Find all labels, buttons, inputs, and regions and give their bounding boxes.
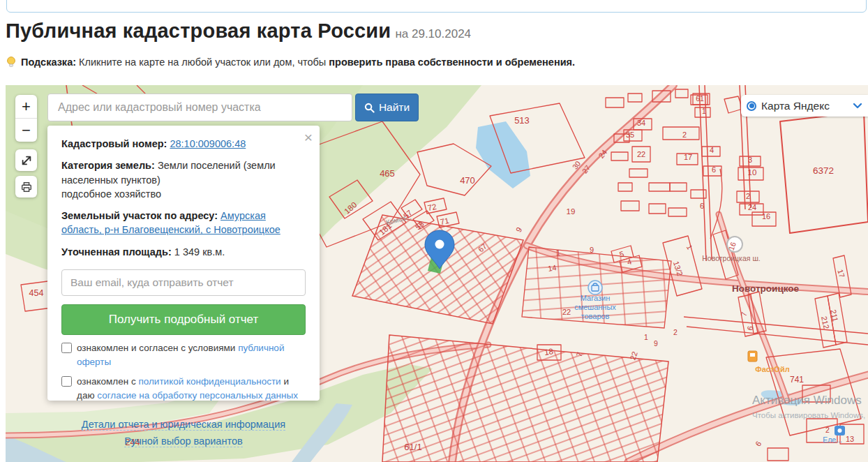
map-label: 18: [544, 347, 553, 357]
land-category-row: Категория земель: Земли поселений (земли…: [61, 158, 306, 201]
area-row: Уточненная площадь: 1 349 кв.м.: [61, 245, 306, 259]
map-label: 22: [562, 308, 571, 316]
zoom-control: + −: [15, 95, 37, 142]
page-header: Публичная кадастровая карта Россиина 29.…: [6, 20, 864, 43]
map-label: 6372: [813, 165, 834, 176]
map-label: 34: [637, 119, 645, 127]
lightbulb-icon: [6, 56, 17, 68]
zoom-out-button[interactable]: −: [15, 119, 37, 142]
email-field[interactable]: [61, 269, 306, 296]
close-icon[interactable]: ×: [304, 130, 313, 144]
privacy-consent-row: ознакомлен с политикой конфиденциальност…: [61, 375, 306, 402]
map-label: 35: [626, 131, 634, 139]
map-label: 741: [790, 375, 804, 385]
map-label: 513: [514, 115, 530, 126]
map-label: 17: [684, 153, 692, 161]
parcel-info-popup: × Кадастровый номер: 28:10:009006:48 Кат…: [47, 126, 320, 401]
map-label: Магазин: [581, 294, 610, 302]
map-label: Новотроицкое: [732, 283, 800, 294]
map-label: 61: [696, 94, 704, 103]
zoom-in-button[interactable]: +: [15, 95, 37, 118]
hint-line: Подсказка: Кликните на карте на любой уч…: [6, 56, 575, 68]
find-button[interactable]: Найти: [355, 94, 419, 121]
manual-selection-link[interactable]: Ручной выбор вариантов: [124, 435, 242, 447]
layer-selector[interactable]: Карта Яндекс: [741, 95, 868, 117]
map-label: 2: [825, 426, 830, 434]
top-search-strip[interactable]: [6, 0, 867, 13]
map-label: 1: [644, 333, 648, 341]
offer-consent-row: ознакомлен и согласен с условиями публич…: [61, 341, 306, 368]
cadastral-number-row: Кадастровый номер: 28:10:009006:48: [61, 137, 306, 151]
map-label: 3: [748, 156, 752, 164]
map-label: товаров: [581, 312, 610, 320]
search-icon: [364, 103, 375, 113]
find-button-label: Найти: [379, 101, 410, 114]
map-label: 6: [712, 165, 716, 174]
map-search: Найти: [47, 94, 419, 121]
map-label: 2: [682, 131, 687, 139]
offer-consent-checkbox[interactable]: [61, 343, 72, 353]
map-label: 2: [673, 328, 678, 336]
map-label: 14: [547, 263, 557, 273]
fuel-station-icon: [748, 351, 757, 362]
map-label: 24: [748, 203, 756, 211]
page-title: Публичная кадастровая карта России: [6, 20, 391, 42]
map-label: 19: [567, 207, 576, 216]
print-icon: [20, 181, 33, 193]
map-canvas[interactable]: 51346547045424461/1637274134352224302719…: [6, 85, 868, 462]
page-title-date: на 29.10.2024: [395, 27, 471, 40]
layer-selector-label: Карта Яндекс: [761, 100, 848, 112]
map-label: Активация Windows: [752, 394, 862, 407]
map-label: 13: [846, 435, 854, 443]
shop-icon: [588, 281, 602, 295]
popup-footer-links: Детали отчета и юридическая информация Р…: [61, 419, 306, 452]
chevron-down-icon[interactable]: [853, 103, 862, 109]
search-input[interactable]: [47, 94, 352, 121]
get-report-button[interactable]: Получить подробный отчет: [61, 304, 306, 335]
address-row: Земельный участок по адресу: Амурская об…: [61, 209, 306, 237]
privacy-consent-label: ознакомлен с политикой конфиденциальност…: [77, 375, 306, 402]
map-label: 465: [380, 168, 395, 179]
map-label: 4: [710, 146, 714, 154]
fullscreen-icon: [20, 154, 33, 167]
map-label: 61/1: [404, 442, 421, 452]
map-label: 16: [762, 212, 770, 221]
print-button[interactable]: [15, 176, 37, 198]
map-label: Новотроицкая ш.: [702, 254, 760, 262]
cadastral-number-link[interactable]: 28:10:009006:48: [170, 138, 246, 149]
map-label: 9: [654, 339, 658, 348]
map-label: ФастОйл: [755, 365, 789, 373]
privacy-policy-link[interactable]: политикой конфиденциальности: [138, 376, 280, 387]
map-label: 2: [746, 192, 750, 200]
map-label: 6: [700, 202, 704, 210]
map-label: 10: [748, 168, 757, 177]
map-label: 1: [702, 107, 706, 115]
map-label: 470: [460, 175, 475, 186]
personal-data-link[interactable]: согласие на обработку персональных данны…: [97, 390, 298, 401]
map-label: Еле...: [823, 435, 842, 444]
fullscreen-button[interactable]: [15, 149, 37, 171]
map-label: Чтобы активировать Windows, пере: [752, 411, 868, 419]
map-label: 22: [637, 150, 645, 158]
map-label: 9: [590, 246, 594, 254]
offer-consent-label: ознакомлен и согласен с условиями публич…: [77, 341, 306, 368]
page: Публичная кадастровая карта Россиина 29.…: [0, 0, 868, 462]
report-details-link[interactable]: Детали отчета и юридическая информация: [82, 419, 285, 431]
map-label: 454: [29, 288, 44, 298]
hint-text: Подсказка: Кликните на карте на любой уч…: [21, 57, 575, 68]
map-label: 1: [556, 248, 560, 257]
radio-selected-icon[interactable]: [747, 101, 756, 111]
poi-icon-2: [835, 426, 845, 435]
map-label: смешанных: [574, 303, 616, 311]
privacy-consent-checkbox[interactable]: [61, 376, 72, 387]
